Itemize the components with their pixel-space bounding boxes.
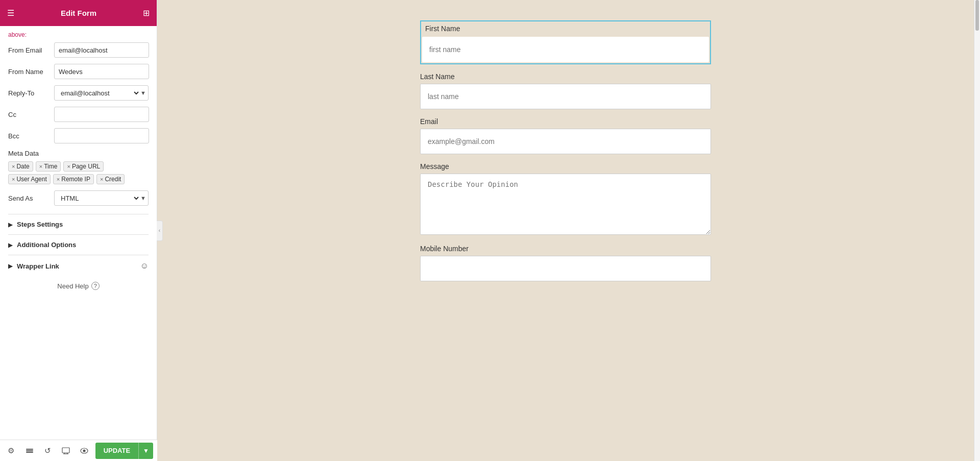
field-last-name: Last Name [420, 72, 711, 109]
svg-rect-1 [26, 450, 33, 451]
from-email-input[interactable] [54, 42, 149, 58]
bcc-row: Bcc [8, 128, 149, 143]
sidebar: ☰ Edit Form ⊞ above: From Email From Nam… [0, 0, 157, 461]
need-help[interactable]: Need Help ? [8, 277, 149, 295]
remove-credit-icon[interactable]: × [100, 176, 103, 182]
reply-to-label: Reply-To [8, 89, 54, 97]
scrollbar-area [974, 0, 980, 461]
from-email-row: From Email [8, 42, 149, 58]
meta-tag-credit: ×Credit [96, 174, 125, 184]
update-dropdown-button[interactable]: ▼ [138, 443, 153, 459]
hamburger-icon[interactable]: ☰ [7, 8, 14, 18]
remove-page-url-icon[interactable]: × [67, 163, 70, 169]
svg-rect-2 [26, 452, 33, 453]
svg-rect-0 [26, 449, 33, 450]
form-preview: First Name Last Name Email Message Mobil… [420, 20, 711, 289]
update-btn-wrap: UPDATE ▼ [95, 443, 153, 459]
send-as-row: Send As HTML Plain Text ▼ [8, 190, 149, 206]
send-as-select-wrapper: HTML Plain Text ▼ [54, 190, 149, 206]
send-as-select[interactable]: HTML Plain Text [59, 191, 140, 205]
settings-button[interactable]: ⚙ [4, 443, 18, 458]
steps-settings-label: Steps Settings [17, 221, 149, 228]
field-first-name-focused-wrapper: First Name [420, 20, 711, 64]
scrollbar-track[interactable] [974, 0, 980, 461]
field-message: Message [420, 162, 711, 236]
first-name-input[interactable] [422, 37, 709, 62]
meta-tags-container: ×Date ×Time ×Page URL ×User Agent ×Remot… [8, 161, 149, 184]
meta-tag-time: ×Time [36, 161, 61, 172]
scrollbar-thumb[interactable] [975, 0, 979, 31]
remove-date-icon[interactable]: × [12, 163, 15, 169]
update-button[interactable]: UPDATE [95, 443, 138, 459]
last-name-label: Last Name [420, 72, 711, 81]
field-mobile-number: Mobile Number [420, 245, 711, 281]
field-first-name: First Name [420, 20, 711, 64]
bcc-label: Bcc [8, 132, 54, 140]
meta-tag-remote-ip: ×Remote IP [53, 174, 94, 184]
sidebar-content: above: From Email From Name Reply-To ema… [0, 26, 157, 461]
main-preview: First Name Last Name Email Message Mobil… [157, 0, 974, 461]
from-name-label: From Name [8, 68, 54, 76]
meta-tag-page-url: ×Page URL [63, 161, 104, 172]
email-input[interactable] [420, 129, 711, 154]
reply-to-dropdown-icon: ▼ [140, 90, 146, 96]
bottom-toolbar: ⚙ ↺ UPDATE ▼ [0, 440, 157, 461]
collapse-handle[interactable]: ‹ [157, 221, 163, 241]
message-textarea[interactable] [420, 174, 711, 235]
svg-point-8 [83, 450, 85, 452]
from-name-row: From Name [8, 64, 149, 79]
remove-time-icon[interactable]: × [39, 163, 42, 169]
wrapper-link-section[interactable]: ▶ Wrapper Link ☺ [8, 255, 149, 277]
reply-to-select[interactable]: email@localhost [59, 86, 140, 100]
reply-to-select-wrapper: email@localhost ▼ [54, 85, 149, 101]
cc-row: Cc [8, 107, 149, 122]
wrapper-link-icon: ☺ [140, 261, 149, 271]
sidebar-header: ☰ Edit Form ⊞ [0, 0, 157, 26]
remove-remote-ip-icon[interactable]: × [57, 176, 60, 182]
first-name-label: First Name [422, 22, 709, 34]
above-text: above: [8, 31, 149, 38]
meta-data-label: Meta Data [8, 150, 149, 157]
additional-options-arrow: ▶ [8, 241, 13, 249]
message-label: Message [420, 162, 711, 171]
svg-rect-3 [62, 448, 69, 453]
email-label: Email [420, 117, 711, 126]
additional-options-section[interactable]: ▶ Additional Options [8, 234, 149, 255]
meta-tag-user-agent: ×User Agent [8, 174, 51, 184]
cc-input[interactable] [54, 107, 149, 122]
reply-to-row: Reply-To email@localhost ▼ [8, 85, 149, 101]
help-icon: ? [91, 282, 100, 290]
wrapper-link-arrow: ▶ [8, 262, 13, 270]
preview-button[interactable] [77, 443, 91, 458]
from-name-input[interactable] [54, 64, 149, 79]
desktop-button[interactable] [59, 443, 73, 458]
from-email-label: From Email [8, 46, 54, 54]
history-button[interactable]: ↺ [40, 443, 55, 458]
last-name-input[interactable] [420, 84, 711, 109]
meta-tag-date: ×Date [8, 161, 33, 172]
sidebar-title: Edit Form [14, 9, 143, 17]
wrapper-link-label: Wrapper Link [17, 262, 140, 270]
cc-label: Cc [8, 111, 54, 118]
send-as-label: Send As [8, 195, 54, 202]
additional-options-label: Additional Options [17, 241, 149, 249]
field-email: Email [420, 117, 711, 154]
remove-user-agent-icon[interactable]: × [12, 176, 15, 182]
layers-button[interactable] [22, 443, 37, 458]
grid-icon[interactable]: ⊞ [143, 8, 150, 18]
mobile-number-input[interactable] [420, 256, 711, 281]
steps-settings-section[interactable]: ▶ Steps Settings [8, 214, 149, 234]
steps-settings-arrow: ▶ [8, 221, 13, 228]
meta-data-section: Meta Data ×Date ×Time ×Page URL ×User Ag… [8, 150, 149, 184]
bcc-input[interactable] [54, 128, 149, 143]
need-help-label: Need Help [57, 282, 88, 290]
mobile-number-label: Mobile Number [420, 245, 711, 253]
send-as-dropdown-icon: ▼ [140, 195, 146, 201]
